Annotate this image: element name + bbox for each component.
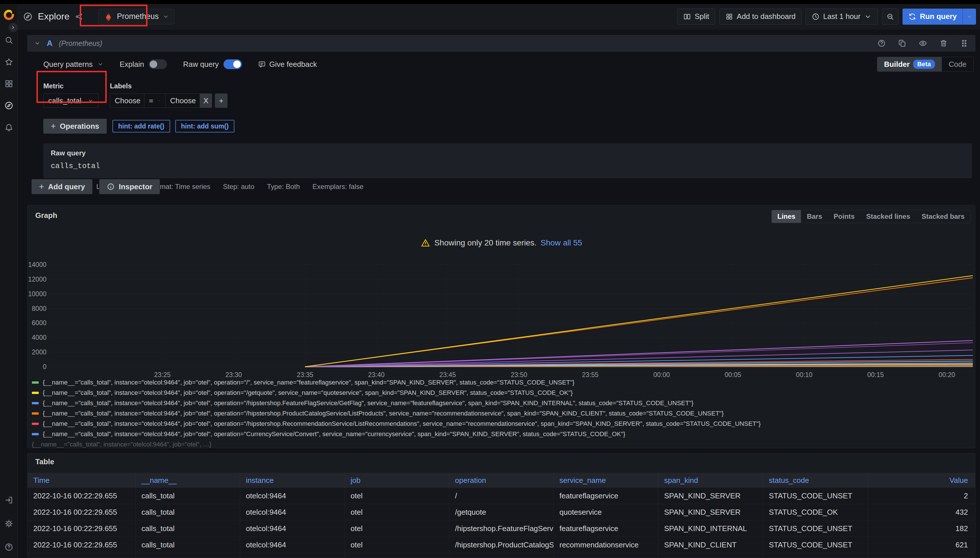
drag-handle-icon[interactable] [960,39,968,48]
table-cell: otelcol:9464 [240,488,345,504]
duplicate-query-icon[interactable] [898,39,906,48]
y-axis-label: 14000 [28,261,46,269]
hide-response-eye-icon[interactable] [919,39,927,48]
query-patterns-dropdown[interactable]: Query patterns [43,60,104,69]
graph-mode-lines[interactable]: Lines [772,210,801,223]
series-color-swatch[interactable] [32,402,39,404]
series-color-swatch[interactable] [32,381,39,384]
search-icon[interactable] [4,36,13,45]
help-icon[interactable] [4,543,13,552]
series-color-swatch[interactable] [32,433,39,435]
table-cell: otelcol:9464 [240,553,345,558]
explore-icon[interactable] [4,101,13,110]
series-color-swatch[interactable] [32,412,39,415]
graph-panel-title: Graph [35,211,58,220]
table-row[interactable]: 2022-10-16 00:22:29.655calls_totalotelco… [28,553,975,558]
run-query-button[interactable]: Run query [903,8,976,25]
table-cell: featureflagservice [554,488,658,504]
label-key-select[interactable]: Choose [110,94,144,108]
metric-select[interactable]: calls_total [43,94,99,108]
table-cell: 432 [868,504,975,520]
raw-query-value: calls_total [51,162,965,170]
grafana-logo-icon[interactable] [3,8,15,21]
show-all-series-link[interactable]: Show all 55 [541,238,582,248]
query-row-header[interactable]: A (Prometheus) [27,35,975,52]
add-panel-icon [725,13,733,21]
label-value-select[interactable]: Choose [166,94,200,108]
share-icon[interactable] [75,13,83,21]
split-button[interactable]: Split [677,8,715,25]
series-label: {__name__="calls_total", instance="otelc… [43,420,761,428]
explain-toggle[interactable] [149,59,167,69]
query-datasource-hint: (Prometheus) [59,39,102,48]
legend-item[interactable]: {__name__="calls_total", instance="otelc… [32,429,970,439]
add-label-filter-button[interactable]: + [215,94,227,108]
graph-mode-stacked-lines[interactable]: Stacked lines [860,210,916,223]
legend-item[interactable]: {__name__="calls_total", instance="otelc… [32,419,970,429]
column-header-instance[interactable]: instance [240,473,345,488]
add-query-button[interactable]: + Add query [31,179,92,194]
query-help-icon[interactable] [877,39,886,48]
time-series-chart[interactable] [49,260,973,370]
raw-query-preview: Raw query calls_total [43,143,972,178]
query-option: Type: Both [267,183,300,191]
sidebar-expand-button[interactable] [8,23,18,32]
table-cell: otelcol:9464 [240,520,345,537]
legend-item[interactable]: {__name__="calls_total", instance="otelc… [32,388,970,398]
results-table: Time__name__instancejoboperationservice_… [28,473,975,558]
hint-button[interactable]: hint: add rate() [112,120,170,133]
sign-in-icon[interactable] [4,496,13,505]
query-options-row[interactable]: Options Legend: AutoFormat: Time seriesS… [43,178,972,195]
series-color-swatch[interactable] [32,423,39,425]
collapse-chevron-icon[interactable] [34,40,41,46]
column-header-status-code[interactable]: status_code [763,473,868,488]
table-cell: otel [345,504,449,520]
code-mode-tab[interactable]: Code [942,57,973,71]
graph-mode-points[interactable]: Points [828,210,860,223]
series-label: {__name__="calls_total", instance="otelc… [43,389,572,397]
table-row[interactable]: 2022-10-16 00:22:29.655calls_totalotelco… [28,520,975,537]
legend-item[interactable]: {__name__="calls_total", instance="otelc… [32,377,970,388]
column-header-job[interactable]: job [345,473,449,488]
time-range-picker[interactable]: Last 1 hour [806,8,878,25]
datasource-name: Prometheus [117,12,159,21]
run-query-dropdown[interactable] [962,8,976,25]
table-panel: Table Time__name__instancejoboperationse… [27,453,975,558]
column-header-Value[interactable]: Value [868,473,975,488]
settings-gear-icon[interactable] [4,519,13,528]
graph-mode-stacked-bars[interactable]: Stacked bars [916,210,970,223]
dashboards-icon[interactable] [4,79,13,88]
table-row[interactable]: 2022-10-16 00:22:29.655calls_totalotelco… [28,537,975,553]
column-header-Time[interactable]: Time [28,473,136,488]
clock-icon [812,13,820,21]
column-header-service-name[interactable]: service_name [554,473,658,488]
series-color-swatch[interactable] [32,392,39,394]
starred-icon[interactable] [4,57,13,67]
remove-query-trash-icon[interactable] [939,39,948,48]
zoom-out-time-button[interactable] [882,8,898,25]
hint-button[interactable]: hint: add sum() [175,120,234,133]
series-label: {__name__="calls_total", instance="otelc… [32,441,211,448]
table-cell: STATUS_CODE_UNSET [763,537,868,553]
builder-mode-tab[interactable]: Builder Beta [877,57,942,71]
column-header-operation[interactable]: operation [449,473,554,488]
legend-item[interactable]: {__name__="calls_total", instance="otelc… [32,408,970,419]
give-feedback-link[interactable]: Give feedback [258,60,317,69]
label-operator-select[interactable]: = [144,94,166,108]
graph-legend: {__name__="calls_total", instance="otelc… [32,377,970,448]
graph-mode-bars[interactable]: Bars [801,210,828,223]
datasource-picker[interactable]: Prometheus [99,9,175,25]
chevron-down-icon [97,61,104,67]
column-header-name[interactable]: __name__ [136,473,240,488]
alerting-bell-icon[interactable] [4,123,13,132]
raw-query-toggle[interactable] [224,59,242,69]
add-to-dashboard-button[interactable]: Add to dashboard [719,8,802,25]
table-row[interactable]: 2022-10-16 00:22:29.655calls_totalotelco… [28,488,975,504]
column-header-span-kind[interactable]: span_kind [658,473,763,488]
inspector-button[interactable]: Inspector [99,179,160,194]
table-cell: SPAN_KIND_CLIENT [658,537,763,553]
remove-label-filter-button[interactable]: X [200,94,212,108]
table-row[interactable]: 2022-10-16 00:22:29.655calls_totalotelco… [28,504,975,520]
legend-item[interactable]: {__name__="calls_total", instance="otelc… [32,398,970,408]
add-operation-button[interactable]: + Operations [43,119,107,134]
